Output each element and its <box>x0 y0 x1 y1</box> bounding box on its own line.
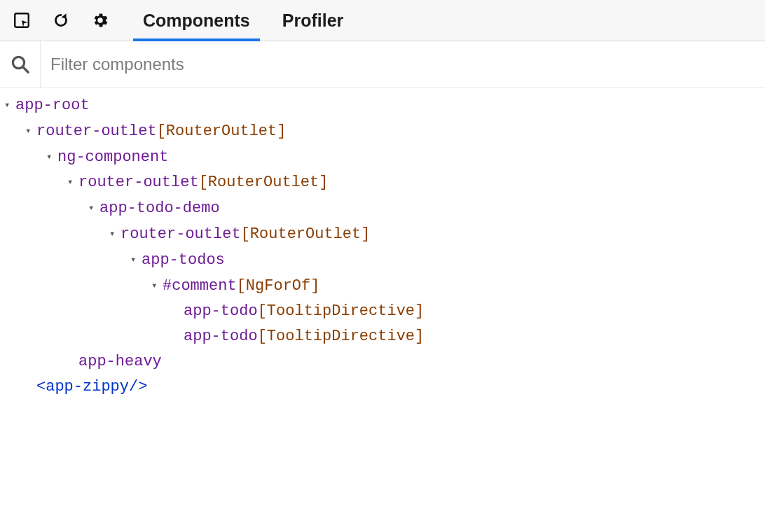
node-tag: router-outlet <box>78 174 199 191</box>
node-tag: app-todo-demo <box>99 200 220 217</box>
node-tag: router-outlet <box>120 225 241 243</box>
tabs: Components Profiler <box>133 0 353 41</box>
component-tree: ▾app-root▾router-outlet[RouterOutlet]▾ng… <box>0 88 765 400</box>
node-tag: app-root <box>15 97 90 114</box>
search-icon-box <box>0 41 41 88</box>
node-tag: app-todo <box>184 302 258 320</box>
node-tag: #comment <box>163 277 237 295</box>
node-directive: [RouterOutlet] <box>199 174 329 191</box>
node-directive: [NgForOf] <box>237 277 320 295</box>
node-tag: app-todos <box>142 251 225 269</box>
tree-node[interactable]: ▾app-todos <box>3 247 765 273</box>
settings-button[interactable] <box>85 6 115 35</box>
tab-components[interactable]: Components <box>133 0 260 41</box>
chevron-down-icon[interactable]: ▾ <box>109 221 119 246</box>
svg-line-4 <box>22 67 28 73</box>
tree-node[interactable]: ▾router-outlet[RouterOutlet] <box>3 221 765 247</box>
tree-node[interactable]: ▾app-root <box>3 92 765 118</box>
pick-element-button[interactable] <box>7 6 36 35</box>
tree-node[interactable]: ▾app-todo-demo <box>3 195 765 221</box>
gear-icon <box>91 11 109 29</box>
node-directive: [RouterOutlet] <box>241 225 371 243</box>
tab-label: Components <box>143 10 250 31</box>
chevron-down-icon[interactable]: ▾ <box>25 118 35 144</box>
reload-icon <box>52 11 70 29</box>
filter-input[interactable] <box>41 41 765 88</box>
chevron-down-icon[interactable]: ▾ <box>151 273 161 298</box>
tree-node[interactable]: ▾router-outlet[RouterOutlet] <box>3 118 765 144</box>
svg-marker-2 <box>62 13 67 19</box>
chevron-down-icon[interactable]: ▾ <box>4 92 14 118</box>
tree-node[interactable]: ▾ng-component <box>3 144 765 170</box>
reload-button[interactable] <box>46 6 76 35</box>
node-tag: app-heavy <box>78 353 162 370</box>
tree-node[interactable]: app-heavy <box>3 349 765 374</box>
svg-marker-1 <box>22 20 28 27</box>
search-icon <box>10 54 31 75</box>
node-tag: ng-component <box>57 148 168 165</box>
chevron-down-icon[interactable]: ▾ <box>46 144 56 169</box>
tree-node[interactable]: ▾#comment[NgForOf] <box>3 273 765 299</box>
node-directive: [RouterOutlet] <box>157 122 287 140</box>
node-directive: [TooltipDirective] <box>258 328 425 345</box>
node-tag: <app-zippy/> <box>36 378 147 396</box>
chevron-down-icon[interactable]: ▾ <box>130 247 140 272</box>
chevron-down-icon[interactable]: ▾ <box>88 195 98 220</box>
tree-node[interactable]: <app-zippy/> <box>3 374 765 400</box>
filter-bar <box>0 41 765 88</box>
tree-node[interactable]: app-todo[TooltipDirective] <box>3 324 765 349</box>
node-directive: [TooltipDirective] <box>258 302 425 320</box>
tab-profiler[interactable]: Profiler <box>273 0 354 41</box>
node-tag: app-todo <box>184 328 258 345</box>
toolbar: Components Profiler <box>0 0 765 41</box>
inspect-icon <box>13 11 31 29</box>
tab-label: Profiler <box>282 10 344 31</box>
tree-node[interactable]: app-todo[TooltipDirective] <box>3 299 765 324</box>
node-tag: router-outlet <box>36 122 157 140</box>
tree-node[interactable]: ▾router-outlet[RouterOutlet] <box>3 169 765 195</box>
chevron-down-icon[interactable]: ▾ <box>67 169 77 195</box>
